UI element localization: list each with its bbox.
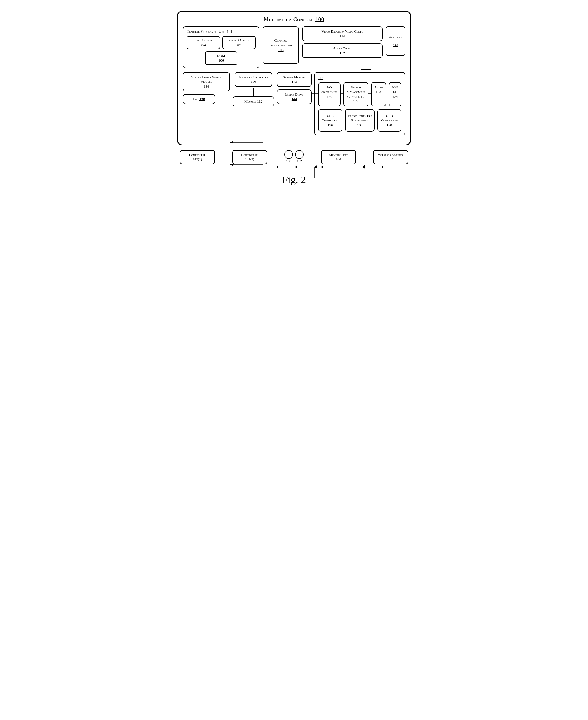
circles-row: 150 152 xyxy=(284,150,304,163)
fig-label: Fig. 2 xyxy=(282,174,306,186)
center-col: Memory Controller 110 Memory 112 xyxy=(232,72,274,107)
main-title: Multimedia Console 100 xyxy=(183,16,405,23)
usb128-title: USB Controller 128 xyxy=(380,114,399,128)
usb128-label: USB Controller xyxy=(381,114,398,123)
fan-title: Fan 138 xyxy=(186,97,212,102)
gpu-box: Graphics Processing Unit 108 xyxy=(262,26,299,64)
memory-controller-label: Memory Controller xyxy=(239,75,268,79)
usb126-label: USB Controller xyxy=(322,114,339,123)
audio-label: Audio xyxy=(374,85,383,89)
rom-text: ROM xyxy=(217,54,225,58)
title-text: Multimedia Console xyxy=(264,16,314,22)
controller1-number: 142(1) xyxy=(193,157,202,161)
cpu-title: Central Processing Unit 101 xyxy=(187,29,256,34)
usb128-number: 128 xyxy=(386,123,392,127)
memory-unit-label: Memory Unit xyxy=(324,153,353,157)
nwif-title: NW I/F 124 xyxy=(392,85,398,99)
sys-mgmt-label: System Management Controller xyxy=(346,85,365,99)
audio-codec-title: Audio Codec 132 xyxy=(305,46,379,55)
nwif-box: NW I/F 124 xyxy=(389,82,401,106)
io-section-number: 118 xyxy=(318,76,323,80)
controller2-box: Controller 142(2) xyxy=(232,150,267,164)
mid-section: System Power Supply Module 136 Fan 138 M… xyxy=(183,72,405,136)
memory-label: Memory xyxy=(244,99,256,103)
io-controller-box: I/O controller 120 xyxy=(318,82,341,106)
sys-mgmt-box: System Management Controller 122 xyxy=(343,82,369,106)
usb126-box: USB Controller 126 xyxy=(318,109,342,132)
usb126-number: 126 xyxy=(328,123,333,127)
circle152-group: 152 xyxy=(295,150,304,163)
gpu-number: 108 xyxy=(278,48,283,52)
nwif-label: NW I/F xyxy=(392,85,398,94)
io-controller-label: I/O controller xyxy=(321,85,337,94)
media-drive-label: Media Drive xyxy=(285,92,303,97)
audio-codec-label: Audio Codec xyxy=(333,46,352,50)
main-diagram-box: Multimedia Console 100 xyxy=(177,11,411,145)
cpu-number: 101 xyxy=(227,29,232,34)
circle150-group: 150 xyxy=(284,150,293,163)
fan-box: Fan 138 xyxy=(183,94,215,104)
level2-text: level 2 Cache xyxy=(229,38,249,42)
circle150 xyxy=(284,150,293,159)
fan-number: 138 xyxy=(200,97,205,101)
sys-mgmt-title: System Management Controller 122 xyxy=(346,85,365,104)
audio-title: Audio 123 xyxy=(374,85,383,94)
memory-title: Memory 112 xyxy=(236,99,271,104)
video-encoder-box: Video Encoder/ Video Codec 114 xyxy=(302,26,383,41)
sys-mgmt-number: 122 xyxy=(353,99,358,103)
double-line-connector xyxy=(253,88,254,96)
controller2-label: Controller xyxy=(235,153,264,157)
io-controller-title: I/O controller 120 xyxy=(321,85,337,99)
video-audio-col: Video Encoder/ Video Codec 114 Audio Cod… xyxy=(302,26,383,58)
rom-row: ROM 106 xyxy=(187,51,256,65)
cache-row: level 1 Cache 102 level 2 Cache 104 xyxy=(187,36,256,49)
video-encoder-title: Video Encoder/ Video Codec 114 xyxy=(305,29,379,38)
circle152 xyxy=(295,150,304,159)
io-bottom-row: USB Controller 126 Front Panel I/O Subas… xyxy=(318,109,401,132)
system-memory-number: 143 xyxy=(292,80,297,84)
system-memory-title: System Memory 143 xyxy=(280,75,309,84)
wireless-adapter-number: 148 xyxy=(388,157,393,161)
left-standalone: System Power Supply Module 136 Fan 138 xyxy=(183,72,230,104)
memory-controller-title: Memory Controller 110 xyxy=(238,75,269,84)
front-panel-title: Front Panel I/O Subassembly 130 xyxy=(348,114,372,128)
cpu-label: Central Processing Unit xyxy=(187,29,226,34)
memory-controller-box: Memory Controller 110 xyxy=(235,72,272,87)
power-supply-number: 136 xyxy=(204,84,209,88)
level1-cache-box: level 1 Cache 102 xyxy=(187,36,220,49)
level1-text: level 1 Cache xyxy=(193,38,213,42)
system-memory-label: System Memory xyxy=(283,75,306,79)
memory-unit-number: 146 xyxy=(336,157,341,161)
io-controller-number: 120 xyxy=(327,95,332,99)
front-panel-number: 130 xyxy=(357,123,362,127)
power-supply-title: System Power Supply Module 136 xyxy=(186,75,227,89)
media-drive-title: Media Drive 144 xyxy=(280,92,309,102)
memory-controller-number: 110 xyxy=(251,80,256,84)
circle152-label: 152 xyxy=(297,159,302,163)
usb128-box: USB Controller 128 xyxy=(377,109,401,132)
title-number: 100 xyxy=(315,16,324,22)
io-top-row: I/O controller 120 System Management Con… xyxy=(318,82,401,106)
gpu-title: Graphics Processing Unit 108 xyxy=(267,38,295,53)
rom-box: ROM 106 xyxy=(205,51,237,65)
right-area: System Memory 143 Media Drive 144 xyxy=(277,72,405,136)
media-drive-box: Media Drive 144 xyxy=(277,89,312,104)
rom-label: ROM 106 xyxy=(208,54,234,63)
av-port-box: A/V Port 140 xyxy=(386,26,405,56)
level1-label: level 1 Cache 102 xyxy=(189,38,217,47)
power-supply-label: System Power Supply Module xyxy=(191,75,222,84)
memory-unit-box: Memory Unit 146 xyxy=(321,150,356,164)
controller1-label: Controller xyxy=(183,153,212,157)
rom-number: 106 xyxy=(218,58,224,62)
controller2-number: 142(2) xyxy=(245,157,254,161)
fan-label: Fan xyxy=(193,97,199,101)
level2-label: level 2 Cache 104 xyxy=(225,38,253,47)
av-port-label: A/V Port xyxy=(388,35,402,39)
power-supply-box: System Power Supply Module 136 xyxy=(183,72,230,91)
gpu-label: Graphics Processing Unit xyxy=(269,38,292,47)
cpu-box: Central Processing Unit 101 level 1 Cach… xyxy=(183,26,259,68)
io-section-label: 118 xyxy=(318,76,401,80)
video-encoder-label: Video Encoder/ Video Codec xyxy=(322,29,363,33)
system-memory-box: System Memory 143 xyxy=(277,72,312,87)
page-wrapper: Multimedia Console 100 xyxy=(173,11,415,186)
